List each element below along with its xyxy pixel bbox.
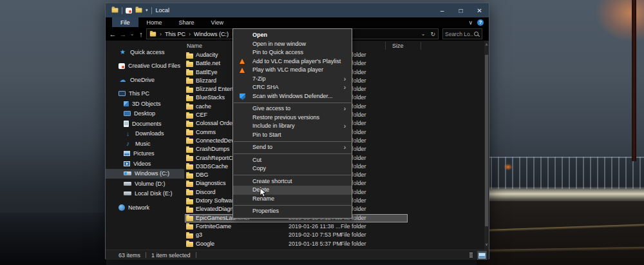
windows-drive-icon [124,172,131,175]
scroll-down-icon[interactable]: ∨ [484,240,489,248]
file-row-fortnitegame[interactable]: FortniteGame2019-01-26 11:38 ...File fol… [184,222,489,231]
sidebar: ★Quick accessCreative Cloud Files☁OneDri… [106,41,184,250]
file-name: Colossal Order [196,119,234,128]
download-icon: ↓ [124,130,132,137]
folder-icon [186,96,193,101]
address-dropdown-icon[interactable]: ⌄ [421,31,426,37]
ribbon-collapse-icon[interactable]: ∨ [468,19,473,26]
menu-item-include-in-library[interactable]: Include in library› [233,122,352,131]
menu-item-create-shortcut[interactable]: Create shortcut [233,177,352,186]
sidebar-item-desktop[interactable]: Desktop [106,109,184,119]
menu-item-restore-previous-versions[interactable]: Restore previous versions [233,113,352,123]
folder-icon [186,139,193,144]
details-view-button[interactable] [466,251,476,260]
menu-item-crc-sha[interactable]: CRC SHA› [233,83,352,92]
menu-item-label: CRC SHA [252,84,279,90]
menu-item-play-with-vlc-media-player[interactable]: Play with VLC media player [233,66,352,75]
wallpaper-orange-light [502,162,514,172]
file-row-google[interactable]: Google2019-01-18 5:37 PMFile folder [184,240,489,248]
tab-view[interactable]: View [203,17,232,27]
menu-item-label: Include in library [252,123,295,129]
column-header-size[interactable]: Size [392,43,404,49]
menu-item-rename[interactable]: Rename [233,195,352,204]
context-menu: OpenOpen in new windowPin to Quick acces… [232,28,352,219]
menu-item-send-to[interactable]: Send to› [233,143,352,152]
column-divider[interactable] [421,42,421,50]
breadcrumb-windows-c[interactable]: Windows (C:) [194,31,229,37]
thumbnails-view-button[interactable] [477,251,487,260]
qat-dropdown-icon[interactable]: ▾ [146,8,148,13]
sidebar-item-onedrive[interactable]: ☁OneDrive [106,75,184,85]
file-name: FortniteGame [196,222,231,231]
help-icon[interactable]: ? [477,19,484,26]
sidebar-item-downloads[interactable]: ↓Downloads [106,129,184,139]
menu-item-give-access-to[interactable]: Give access to› [233,104,352,113]
menu-item-scan-with-windows-defender[interactable]: Scan with Windows Defender... [233,92,352,101]
menu-item-delete[interactable]: Delete [233,186,352,195]
file-name: BattlEye [196,68,218,77]
sidebar-item-local-disk-e[interactable]: Local Disk (E:) [106,189,184,199]
menu-item-pin-to-quick-access[interactable]: Pin to Quick access [233,48,352,57]
scroll-up-icon[interactable]: ∧ [484,41,489,48]
sidebar-item-pictures[interactable]: Pictures [106,149,184,159]
tab-home[interactable]: Home [138,17,171,27]
menu-item-copy[interactable]: Copy [233,164,352,173]
sidebar-item-documents[interactable]: Documents [106,119,184,129]
sidebar-item-label: Music [135,141,151,147]
vertical-scrollbar[interactable]: ∧ ∨ [484,41,489,250]
sidebar-item-label: This PC [129,90,149,97]
file-row-g3[interactable]: g32019-02-10 7:53 PMFile folder [184,231,489,239]
search-box[interactable] [442,28,482,39]
sidebar-item-creative-cloud-files[interactable]: Creative Cloud Files [106,61,184,72]
sidebar-item-quick-access[interactable]: ★Quick access [106,47,184,57]
menu-item-7-zip[interactable]: 7-Zip› [233,75,352,84]
menu-item-add-to-vlc-media-player-s-playlist[interactable]: Add to VLC media player's Playlist [233,57,352,66]
column-header-name[interactable]: Name [187,43,202,49]
forward-button[interactable]: → [118,30,128,38]
details-view-icon [469,253,473,259]
menu-item-open[interactable]: Open [233,31,352,40]
column-divider[interactable] [385,42,386,50]
sidebar-item-volume-d[interactable]: Volume (D:) [106,179,184,189]
qat-properties-icon[interactable] [126,8,132,14]
scrollbar-thumb[interactable] [485,55,488,226]
back-button[interactable]: ← [108,30,118,38]
wallpaper-lamp-pole [632,0,636,161]
status-separator [196,252,196,258]
breadcrumb-this-pc[interactable]: This PC [165,31,185,37]
menu-item-cut[interactable]: Cut [233,156,352,165]
menu-item-pin-to-start[interactable]: Pin to Start [233,131,352,140]
sidebar-item-label: OneDrive [130,77,155,83]
close-button[interactable]: ✕ [470,3,489,17]
sidebar-item-music[interactable]: ♪Music [106,139,184,149]
menu-item-properties[interactable]: Properties [233,207,352,216]
sidebar-item-label: Network [128,204,149,211]
sidebar-item-label: Local Disk (E:) [135,190,173,197]
maximize-button[interactable]: □ [451,3,470,17]
sidebar-item-3d-objects[interactable]: 3D Objects [106,99,184,109]
menu-item-label: Copy [252,165,266,172]
refresh-icon[interactable]: ↻ [430,31,435,37]
tab-share[interactable]: Share [171,17,203,27]
folder-icon[interactable] [136,8,142,12]
minimize-button[interactable]: – [433,3,451,17]
selection-count: 1 item selected [151,252,191,259]
tab-file[interactable]: File [112,17,138,27]
file-type: File folder [341,240,366,248]
view-buttons [466,251,487,260]
submenu-arrow-icon: › [344,143,346,152]
menu-item-label: Restore previous versions [252,114,319,121]
sidebar-item-network[interactable]: Network [106,202,184,213]
search-input[interactable] [445,31,473,37]
up-button[interactable]: ↑ [136,30,146,38]
folder-icon [186,224,193,230]
sidebar-item-this-pc[interactable]: This PC [106,89,184,99]
sidebar-item-videos[interactable]: Videos [106,159,184,169]
recent-locations-icon[interactable]: ⌄ [128,31,136,37]
sidebar-item-windows-c[interactable]: Windows (C:) [106,169,184,179]
file-type: File folder [341,222,366,231]
title-bar[interactable]: ▾ Local – □ ✕ [106,3,489,17]
menu-item-label: Open in new window [252,41,306,47]
desktop: ▾ Local – □ ✕ File Home Share View ∨ ? ←… [0,0,644,265]
menu-item-open-in-new-window[interactable]: Open in new window [233,40,352,49]
